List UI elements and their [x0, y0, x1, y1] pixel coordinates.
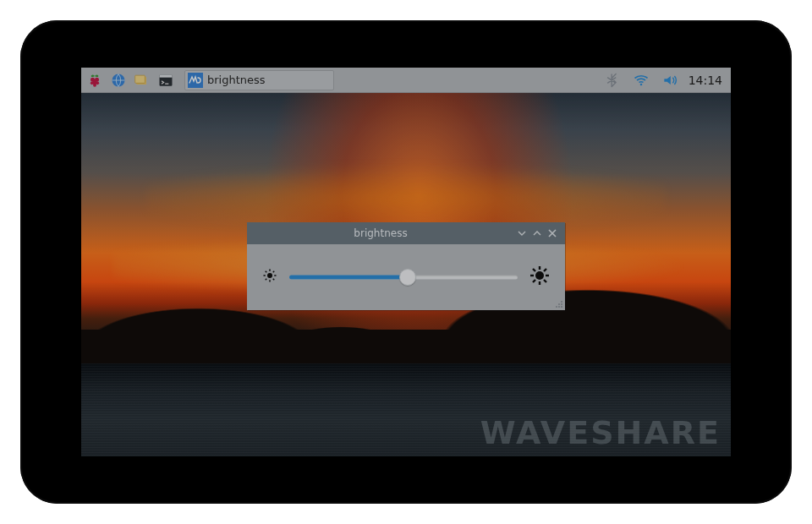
volume-icon[interactable]: [660, 70, 680, 90]
svg-rect-8: [135, 75, 145, 83]
svg-line-18: [266, 271, 267, 273]
window-close-button[interactable]: [545, 226, 560, 241]
file-manager-icon[interactable]: [132, 70, 152, 90]
raspberry-menu-icon[interactable]: [85, 70, 105, 90]
dialog-title: brightness: [247, 227, 514, 239]
svg-point-22: [535, 271, 544, 280]
svg-point-35: [558, 306, 560, 308]
svg-line-28: [544, 280, 546, 282]
terminal-icon[interactable]: [156, 70, 176, 90]
brightness-dialog: brightness: [247, 222, 565, 310]
svg-line-21: [273, 271, 275, 273]
window-maximize-button[interactable]: [529, 226, 545, 241]
brightness-high-icon: [529, 265, 550, 289]
screen: brightness 14:14 brightness: [81, 68, 731, 456]
svg-point-12: [639, 83, 642, 85]
watermark: WAVESHARE: [480, 414, 721, 451]
wifi-icon[interactable]: [631, 70, 651, 90]
svg-point-33: [561, 303, 562, 305]
svg-point-34: [556, 306, 557, 308]
svg-point-32: [558, 303, 560, 305]
svg-point-13: [267, 273, 272, 278]
clock[interactable]: 14:14: [689, 74, 722, 87]
svg-line-29: [533, 280, 535, 282]
svg-point-36: [561, 306, 562, 308]
window-minimize-button[interactable]: [514, 226, 529, 241]
dialog-titlebar[interactable]: brightness: [247, 222, 565, 244]
brightness-low-icon: [262, 268, 277, 287]
bluetooth-icon[interactable]: [602, 70, 623, 90]
resize-grip[interactable]: [555, 300, 563, 308]
svg-line-20: [266, 279, 267, 281]
svg-point-5: [93, 83, 96, 86]
app-icon: [188, 73, 203, 88]
svg-point-3: [91, 81, 94, 85]
svg-line-19: [273, 279, 275, 281]
svg-point-4: [96, 81, 100, 85]
web-browser-icon[interactable]: [108, 70, 129, 90]
taskbar-task-button[interactable]: brightness: [184, 70, 334, 90]
svg-line-30: [544, 269, 546, 271]
device-bezel: brightness 14:14 brightness: [20, 20, 792, 504]
slider-thumb[interactable]: [399, 269, 416, 286]
taskbar: brightness 14:14: [81, 68, 731, 93]
svg-line-27: [533, 269, 535, 271]
svg-point-31: [561, 301, 562, 303]
svg-rect-10: [160, 74, 173, 77]
brightness-slider[interactable]: [289, 266, 518, 288]
task-button-label: brightness: [207, 74, 266, 86]
